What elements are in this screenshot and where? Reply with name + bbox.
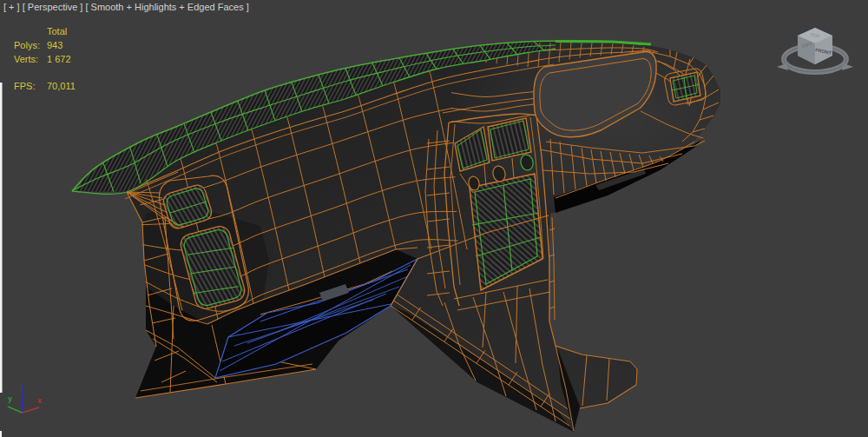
- svg-text:x: x: [37, 396, 42, 405]
- svg-text:z: z: [21, 384, 25, 393]
- svg-text:y: y: [8, 394, 12, 403]
